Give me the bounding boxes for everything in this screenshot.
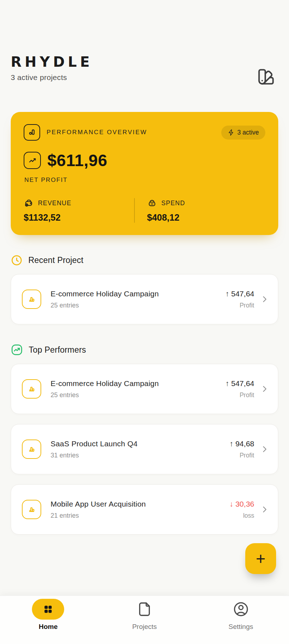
project-card[interactable]: SaaS Product Launch Q4 31 entries ↑ 94,6…: [11, 424, 278, 474]
bar-chart-icon: [22, 439, 41, 459]
app-screen: RHYDLE 3 active projects: [0, 0, 289, 644]
project-amount: ↑ 94,68: [229, 439, 254, 448]
spend-value: $408,12: [147, 212, 265, 223]
project-amount: ↑ 547,64: [225, 379, 254, 388]
header-left: RHYDLE 3 active projects: [11, 54, 93, 82]
section-title: Recent Project: [28, 255, 84, 265]
clock-icon: [11, 254, 23, 266]
purse-minus-icon: [147, 198, 157, 208]
project-title: SaaS Product Launch Q4: [51, 439, 138, 448]
nav-home[interactable]: Home: [0, 599, 96, 631]
project-title: E-commerce Holiday Campaign: [51, 379, 159, 388]
project-card[interactable]: E-commerce Holiday Campaign 25 entries ↑…: [11, 274, 278, 324]
chevron-right-icon: [260, 445, 269, 454]
spend-label: SPEND: [161, 199, 185, 207]
app-logo: RHYDLE: [11, 54, 93, 70]
project-metric: ↑ 94,68 Profit: [229, 439, 254, 459]
project-result-label: Profit: [225, 391, 254, 399]
project-card[interactable]: E-commerce Holiday Campaign 25 entries ↑…: [11, 364, 278, 414]
grid-icon: [42, 603, 54, 615]
project-entries: 25 entries: [51, 302, 159, 309]
bottom-nav: Home Projects Settings: [0, 596, 289, 644]
zap-icon: [228, 129, 234, 136]
section-title: Top Performers: [29, 345, 86, 355]
project-amount: ↑ 547,64: [225, 290, 254, 298]
active-count-label: 3 active: [237, 129, 259, 136]
nav-label: Home: [39, 623, 58, 631]
active-projects-subtitle: 3 active projects: [11, 73, 93, 82]
net-profit-value: $611,96: [47, 151, 107, 170]
home-active-pill: [32, 599, 64, 620]
trending-up-icon: [24, 152, 41, 169]
project-title: Mobile App User Acquisition: [51, 500, 146, 508]
plus-icon: +: [256, 550, 266, 567]
project-result-label: Profit: [229, 452, 254, 459]
chevron-right-icon: [260, 384, 269, 394]
spend-stat: SPEND $408,12: [135, 198, 265, 223]
revenue-value: $1132,52: [24, 212, 134, 223]
project-info: Mobile App User Acquisition 21 entries: [51, 500, 146, 520]
project-result-label: Profit: [225, 302, 254, 309]
active-count-badge: 3 active: [221, 126, 265, 140]
nav-projects[interactable]: Projects: [96, 599, 193, 631]
project-info: SaaS Product Launch Q4 31 entries: [51, 439, 138, 459]
project-info: E-commerce Holiday Campaign 25 entries: [51, 290, 159, 309]
performance-overview-card: PERFORMANCE OVERVIEW 3 active: [11, 112, 278, 235]
nav-label: Projects: [132, 623, 157, 631]
bar-chart-icon: [22, 379, 41, 399]
project-amount: ↓ 30,36: [229, 500, 254, 508]
project-result-label: loss: [229, 512, 254, 520]
project-info: E-commerce Holiday Campaign 25 entries: [51, 379, 159, 399]
project-metric: ↑ 547,64 Profit: [225, 290, 254, 309]
project-card[interactable]: Mobile App User Acquisition 21 entries ↓…: [11, 484, 278, 535]
nav-label: Settings: [228, 623, 253, 631]
header: RHYDLE 3 active projects: [11, 54, 278, 86]
wallet-plus-icon: [24, 198, 34, 208]
project-entries: 25 entries: [51, 391, 159, 399]
net-profit-label: NET PROFIT: [24, 177, 265, 184]
overview-title: PERFORMANCE OVERVIEW: [47, 129, 147, 136]
trending-up-icon: [11, 344, 23, 356]
project-metric: ↓ 30,36 loss: [229, 500, 254, 520]
chevron-right-icon: [260, 505, 269, 514]
project-entries: 21 entries: [51, 512, 146, 520]
project-title: E-commerce Holiday Campaign: [51, 290, 159, 298]
project-metric: ↑ 547,64 Profit: [225, 379, 254, 399]
column-chart-icon: [24, 124, 40, 141]
user-circle-icon: [233, 599, 249, 620]
theme-swatch-button[interactable]: [257, 67, 275, 86]
nav-settings[interactable]: Settings: [193, 599, 289, 631]
revenue-label: REVENUE: [38, 199, 71, 207]
revenue-stat: REVENUE $1132,52: [24, 198, 134, 223]
recent-project-section-header: Recent Project: [11, 254, 278, 266]
bar-chart-icon: [22, 290, 41, 309]
add-project-fab[interactable]: +: [245, 543, 276, 574]
top-performers-section-header: Top Performers: [11, 344, 278, 356]
file-icon: [136, 599, 153, 620]
bar-chart-icon: [22, 500, 41, 519]
chevron-right-icon: [260, 295, 269, 304]
project-entries: 31 entries: [51, 452, 138, 459]
swatch-book-icon: [257, 67, 275, 86]
